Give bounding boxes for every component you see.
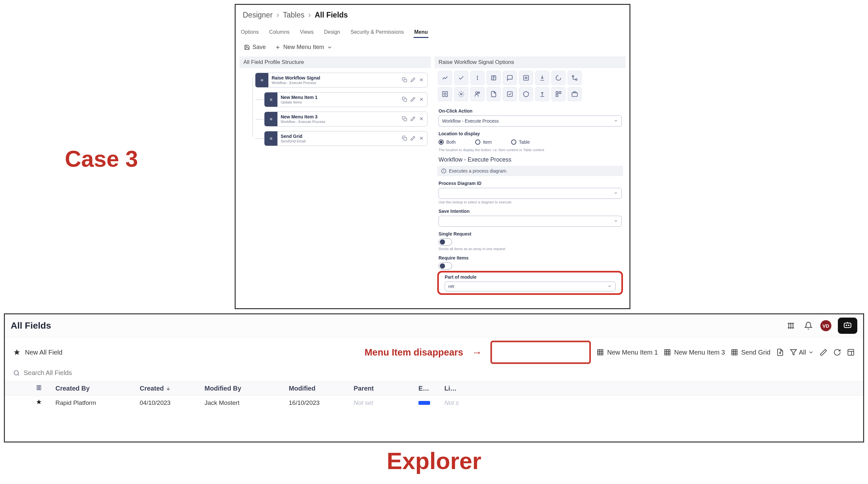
drag-handle-icon[interactable]: ≡ bbox=[255, 73, 268, 87]
single-request-toggle[interactable] bbox=[438, 238, 452, 246]
tree-item-title: New Menu Item 1 bbox=[281, 95, 399, 100]
export-icon[interactable] bbox=[776, 348, 784, 356]
copy-icon[interactable] bbox=[402, 97, 407, 103]
star-icon[interactable] bbox=[36, 399, 55, 406]
icon-option[interactable] bbox=[535, 71, 549, 85]
copy-icon[interactable] bbox=[402, 136, 407, 142]
edit-icon[interactable] bbox=[410, 77, 415, 83]
save-intention-label: Save Intention bbox=[438, 208, 622, 214]
info-text: Executes a process diagram. bbox=[449, 168, 507, 174]
tree-connector bbox=[252, 77, 253, 137]
icon-option[interactable] bbox=[487, 71, 501, 85]
icon-option[interactable] bbox=[519, 87, 533, 101]
chat-button[interactable] bbox=[838, 318, 857, 334]
column-icon[interactable] bbox=[36, 385, 55, 392]
svg-rect-26 bbox=[507, 92, 513, 97]
icon-option[interactable] bbox=[551, 87, 566, 101]
tree-item-raise-signal[interactable]: ≡ Raise Workflow Signal Workflow - Execu… bbox=[255, 73, 428, 88]
col-li[interactable]: Li… bbox=[444, 385, 483, 392]
explorer-panel: All Fields VD New All Field Menu Item di… bbox=[4, 313, 864, 443]
icon-option[interactable] bbox=[551, 71, 566, 85]
icon-option[interactable] bbox=[470, 71, 485, 85]
app-icon[interactable] bbox=[785, 320, 796, 331]
svg-marker-53 bbox=[790, 350, 796, 355]
new-field-button[interactable]: New All Field bbox=[13, 349, 63, 356]
close-icon[interactable] bbox=[419, 116, 424, 122]
search-input[interactable] bbox=[24, 369, 855, 377]
require-items-toggle[interactable] bbox=[438, 262, 452, 269]
refresh-icon[interactable] bbox=[833, 348, 841, 356]
tab-design[interactable]: Design bbox=[323, 27, 341, 38]
crumb-designer[interactable]: Designer bbox=[243, 11, 273, 20]
edit-icon[interactable] bbox=[410, 136, 415, 142]
onclick-value: Workflow - Execute Process bbox=[442, 118, 499, 123]
close-icon[interactable] bbox=[419, 97, 424, 103]
svg-rect-54 bbox=[848, 349, 854, 355]
icon-option[interactable] bbox=[438, 71, 452, 85]
tree-item-menu1[interactable]: ≡ New Menu Item 1 Update Items bbox=[264, 92, 428, 107]
copy-icon[interactable] bbox=[402, 77, 407, 83]
radio-both[interactable]: Both bbox=[438, 140, 456, 145]
radio-item[interactable]: Item bbox=[475, 140, 492, 145]
icon-option[interactable] bbox=[567, 87, 582, 101]
process-select[interactable] bbox=[438, 188, 622, 199]
svg-point-24 bbox=[475, 92, 478, 94]
table-row[interactable]: Rapid Platform 04/10/2023 Jack Mostert 1… bbox=[5, 396, 863, 410]
tree-item-menu3[interactable]: ≡ New Menu Item 3 Workflow - Execute Pro… bbox=[264, 112, 428, 126]
cell-e bbox=[418, 399, 444, 406]
module-select[interactable]: HR bbox=[445, 282, 616, 291]
save-button[interactable]: Save bbox=[244, 44, 266, 51]
icon-option[interactable] bbox=[519, 71, 533, 85]
tab-security[interactable]: Security & Permissions bbox=[350, 27, 404, 38]
svg-point-36 bbox=[848, 325, 849, 326]
close-icon[interactable] bbox=[419, 77, 424, 83]
col-e[interactable]: E… bbox=[418, 385, 444, 392]
filter-button[interactable]: All bbox=[790, 349, 814, 356]
svg-rect-29 bbox=[556, 95, 558, 97]
edit-icon[interactable] bbox=[820, 348, 828, 356]
drag-handle-icon[interactable]: ≡ bbox=[265, 132, 277, 146]
menu-item-3-button[interactable]: New Menu Item 3 bbox=[664, 349, 725, 356]
svg-rect-27 bbox=[556, 92, 558, 94]
cell-modified: 16/10/2023 bbox=[289, 399, 353, 406]
tab-views[interactable]: Views bbox=[299, 27, 314, 38]
icon-option[interactable] bbox=[503, 71, 517, 85]
icon-option[interactable] bbox=[454, 87, 468, 101]
breadcrumb: Designer › Tables › All Fields bbox=[236, 5, 629, 25]
menu-item-1-button[interactable]: New Menu Item 1 bbox=[597, 349, 658, 356]
avatar[interactable]: VD bbox=[820, 320, 831, 331]
edit-icon[interactable] bbox=[410, 97, 415, 103]
sort-desc-icon bbox=[166, 386, 171, 391]
tab-menu[interactable]: Menu bbox=[413, 27, 429, 38]
col-created-by[interactable]: Created By bbox=[55, 385, 140, 392]
drag-handle-icon[interactable]: ≡ bbox=[265, 112, 277, 126]
send-grid-button[interactable]: Send Grid bbox=[731, 349, 770, 356]
radio-table[interactable]: Table bbox=[511, 140, 530, 145]
icon-option[interactable] bbox=[438, 87, 452, 101]
save-intention-select[interactable] bbox=[438, 216, 622, 227]
icon-option[interactable] bbox=[503, 87, 517, 101]
layout-icon[interactable] bbox=[847, 348, 855, 356]
copy-icon[interactable] bbox=[402, 116, 407, 122]
close-icon[interactable] bbox=[419, 136, 424, 142]
col-created[interactable]: Created bbox=[140, 385, 205, 392]
col-parent[interactable]: Parent bbox=[353, 385, 418, 392]
tab-options[interactable]: Options bbox=[240, 27, 259, 38]
tree-item-sendgrid[interactable]: ≡ Send Grid SendGrid Email bbox=[264, 131, 428, 146]
edit-icon[interactable] bbox=[410, 116, 415, 122]
icon-option[interactable] bbox=[454, 71, 468, 85]
col-modified[interactable]: Modified bbox=[289, 385, 353, 392]
onclick-select[interactable]: Workflow - Execute Process bbox=[438, 115, 622, 126]
col-modified-by[interactable]: Modified By bbox=[205, 385, 289, 392]
cell-modified-by: Jack Mostert bbox=[205, 399, 289, 406]
bell-icon[interactable] bbox=[803, 320, 814, 331]
save-icon bbox=[244, 45, 250, 50]
icon-option[interactable] bbox=[567, 71, 582, 85]
new-menu-item-button[interactable]: New Menu Item bbox=[275, 44, 333, 51]
icon-option[interactable] bbox=[487, 87, 501, 101]
icon-option[interactable] bbox=[470, 87, 485, 101]
icon-option[interactable] bbox=[535, 87, 549, 101]
drag-handle-icon[interactable]: ≡ bbox=[265, 92, 277, 107]
crumb-tables[interactable]: Tables bbox=[283, 11, 304, 20]
tab-columns[interactable]: Columns bbox=[268, 27, 290, 38]
